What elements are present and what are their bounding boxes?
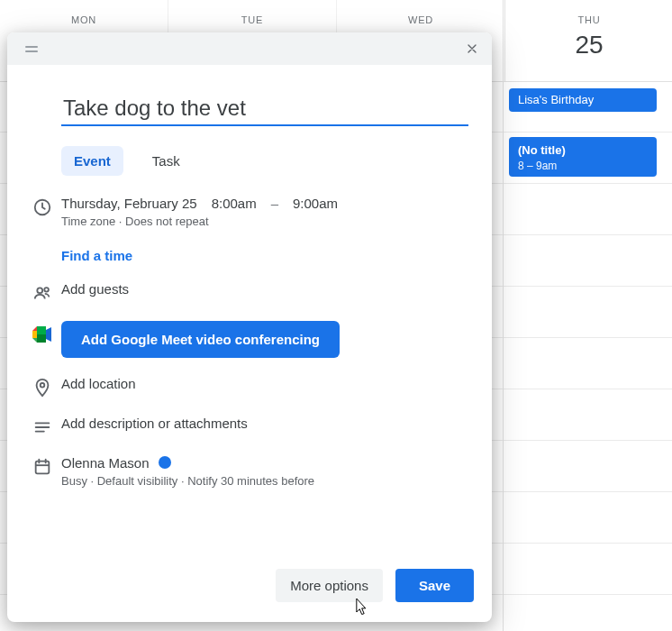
tab-task[interactable]: Task [140,146,193,176]
description-row[interactable]: Add description or attachments [23,416,476,437]
svg-point-1 [37,288,42,293]
guests-placeholder: Add guests [61,281,476,297]
close-icon[interactable] [459,36,485,61]
day-label: THU [577,14,600,25]
find-a-time-link[interactable]: Find a time [61,248,476,263]
svg-rect-3 [32,331,37,338]
event-time: 8 – 9am [518,159,648,173]
location-icon [23,376,61,398]
day-number: 25 [575,31,603,59]
organizer-subtext[interactable]: Busy · Default visibility · Notify 30 mi… [61,474,476,488]
event-start-time[interactable]: 8:00am [212,196,257,211]
column-divider [503,0,504,631]
svg-rect-5 [37,326,46,334]
event-create-modal: Event Task Thursday, February 25 8:00am … [7,32,492,622]
event-type-tabs: Event Task [61,146,476,176]
google-meet-icon [23,321,61,343]
organizer-row[interactable]: Olenna Mason Busy · Default visibility ·… [23,455,476,488]
event-end-time[interactable]: 9:00am [293,196,338,211]
add-google-meet-button[interactable]: Add Google Meet video conferencing [61,321,340,358]
people-icon [23,281,61,303]
description-placeholder: Add description or attachments [61,416,476,431]
event-chip-timed[interactable]: (No title) 8 – 9am [509,137,657,177]
event-title: Lisa's Birthday [518,93,594,106]
day-header-thu[interactable]: THU 25 [504,0,672,81]
save-button[interactable]: Save [395,569,474,602]
calendar-icon [23,455,61,477]
event-chip-allday[interactable]: Lisa's Birthday [509,88,657,112]
event-title-input[interactable] [61,92,468,126]
day-label: WED [408,14,433,25]
calendar-color-dot[interactable] [159,456,171,469]
google-meet-row: Add Google Meet video conferencing [23,321,476,358]
drag-handle-icon[interactable] [25,46,38,52]
svg-point-2 [44,288,49,292]
modal-titlebar[interactable] [7,32,492,65]
datetime-subtext[interactable]: Time zone · Does not repeat [61,215,476,228]
more-options-button[interactable]: More options [276,569,383,602]
day-label: TUE [241,14,263,25]
svg-rect-10 [36,462,50,474]
day-label: MON [71,14,96,25]
datetime-row: Thursday, February 25 8:00am – 9:00am Ti… [23,196,476,263]
description-icon [23,416,61,437]
svg-point-6 [41,383,45,388]
event-title: (No title) [518,142,648,159]
modal-footer: More options Save [7,569,492,622]
time-separator: – [271,196,278,211]
location-placeholder: Add location [61,376,476,391]
guests-row[interactable]: Add guests [23,281,476,303]
location-row[interactable]: Add location [23,376,476,398]
clock-icon [23,196,61,217]
event-date[interactable]: Thursday, February 25 [61,196,197,211]
tab-event[interactable]: Event [61,146,123,176]
organizer-name: Olenna Mason [61,455,150,471]
